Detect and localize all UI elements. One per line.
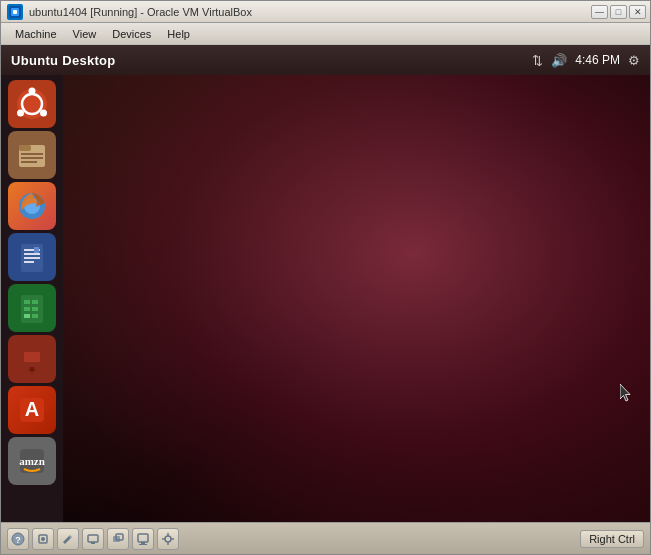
svg-text:?: ?: [15, 535, 21, 545]
svg-rect-23: [32, 300, 38, 304]
svg-text:A: A: [25, 398, 39, 420]
svg-point-5: [29, 88, 36, 95]
taskbar-btn-display[interactable]: [82, 528, 104, 550]
svg-text:amzn: amzn: [19, 455, 45, 467]
settings-icon[interactable]: ⚙: [628, 53, 640, 68]
window-title: ubuntu1404 [Running] - Oracle VM Virtual…: [29, 6, 252, 18]
svg-rect-17: [24, 253, 40, 255]
desktop-area: A amzn: [1, 75, 650, 522]
right-ctrl-button[interactable]: Right Ctrl: [580, 530, 644, 548]
menu-bar: Machine View Devices Help: [1, 23, 650, 45]
launcher-item-impress[interactable]: [8, 335, 56, 383]
taskbar-btn-help[interactable]: ?: [7, 528, 29, 550]
svg-rect-22: [24, 300, 30, 304]
launcher-item-calc[interactable]: [8, 284, 56, 332]
taskbar-btn-window[interactable]: [107, 528, 129, 550]
mouse-cursor: [620, 384, 632, 402]
desktop-background[interactable]: [63, 75, 650, 522]
svg-rect-31: [30, 367, 34, 371]
svg-rect-45: [141, 542, 145, 544]
svg-rect-41: [91, 542, 95, 544]
svg-rect-18: [24, 257, 40, 259]
clock[interactable]: 4:46 PM: [575, 53, 620, 67]
svg-point-47: [165, 536, 171, 542]
volume-icon[interactable]: 🔊: [551, 53, 567, 68]
svg-rect-44: [138, 534, 148, 542]
svg-rect-19: [24, 261, 34, 263]
menu-machine[interactable]: Machine: [7, 26, 65, 42]
ubuntu-desktop-title: Ubuntu Desktop: [11, 53, 116, 68]
svg-rect-29: [24, 352, 40, 362]
title-bar: ubuntu1404 [Running] - Oracle VM Virtual…: [1, 1, 650, 23]
svg-rect-46: [139, 544, 147, 545]
taskbar-right: Right Ctrl: [580, 530, 644, 548]
launcher-item-amazon[interactable]: amzn: [8, 437, 56, 485]
svg-point-39: [41, 537, 45, 541]
launcher-item-firefox[interactable]: [8, 182, 56, 230]
close-button[interactable]: ✕: [629, 5, 646, 19]
launcher-item-ubuntu[interactable]: [8, 80, 56, 128]
svg-rect-27: [32, 314, 38, 318]
svg-rect-11: [21, 157, 43, 159]
taskbar: ? Right Ctrl: [1, 522, 650, 554]
svg-rect-24: [24, 307, 30, 311]
taskbar-btn-settings2[interactable]: [157, 528, 179, 550]
svg-rect-26: [24, 314, 30, 318]
svg-rect-10: [21, 153, 43, 155]
launcher-item-writer[interactable]: [8, 233, 56, 281]
virtualbox-window: ubuntu1404 [Running] - Oracle VM Virtual…: [0, 0, 651, 555]
svg-point-7: [40, 110, 47, 117]
arrows-icon[interactable]: ⇅: [532, 53, 543, 68]
topbar-right: ⇅ 🔊 4:46 PM ⚙: [532, 53, 640, 68]
launcher-item-files[interactable]: [8, 131, 56, 179]
launcher-sidebar: A amzn: [1, 75, 63, 522]
menu-view[interactable]: View: [65, 26, 105, 42]
minimize-button[interactable]: —: [591, 5, 608, 19]
taskbar-btn-screen[interactable]: [132, 528, 154, 550]
svg-rect-25: [32, 307, 38, 311]
svg-rect-12: [21, 161, 37, 163]
launcher-item-appstore[interactable]: A: [8, 386, 56, 434]
svg-rect-20: [34, 247, 39, 253]
svg-rect-2: [13, 10, 17, 14]
taskbar-btn-network[interactable]: [32, 528, 54, 550]
svg-rect-40: [88, 535, 98, 542]
taskbar-btn-edit[interactable]: [57, 528, 79, 550]
menu-devices[interactable]: Devices: [104, 26, 159, 42]
svg-rect-9: [19, 145, 31, 151]
svg-point-6: [17, 110, 24, 117]
taskbar-left: ?: [7, 528, 179, 550]
app-icon: [7, 4, 23, 20]
title-bar-left: ubuntu1404 [Running] - Oracle VM Virtual…: [7, 4, 252, 20]
maximize-button[interactable]: □: [610, 5, 627, 19]
ubuntu-topbar: Ubuntu Desktop ⇅ 🔊 4:46 PM ⚙: [1, 45, 650, 75]
window-controls: — □ ✕: [591, 5, 646, 19]
menu-help[interactable]: Help: [159, 26, 198, 42]
